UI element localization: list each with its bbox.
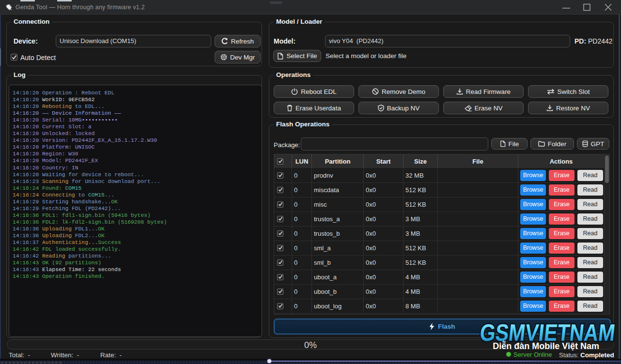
svg-text:GSMVIETNAM: GSMVIETNAM: [479, 320, 616, 344]
